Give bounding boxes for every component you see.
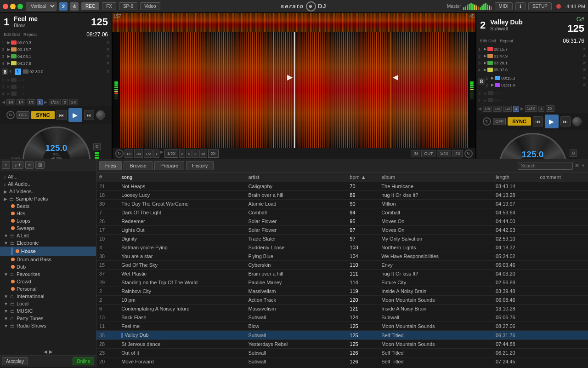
deck-1-pitch-knob[interactable] <box>96 110 105 120</box>
deck-2-rotate-icon[interactable]: ↻ <box>483 117 491 126</box>
rec-button[interactable]: REC <box>81 2 99 10</box>
table-row[interactable]: 2 10 pm Action Track 120 Moon Mountain S… <box>96 296 588 305</box>
table-row[interactable]: 7 Dark Of The Light Comball 94 Comball 0… <box>96 208 588 217</box>
deck-2-edit-grid[interactable]: Edit Grid <box>480 39 496 43</box>
fx-button[interactable]: FX <box>102 2 116 10</box>
deck-2-button[interactable]: 2 <box>59 2 68 11</box>
table-row[interactable]: 30 The Day The Great WarCame Atomic Load… <box>96 200 588 208</box>
table-row[interactable]: 21 Not Heaps Caligraphy 70 The Hurricane… <box>96 182 588 191</box>
col-header-bpm[interactable]: bpm ▲ <box>347 172 379 182</box>
deck-2-pitch-knob[interactable] <box>572 117 582 126</box>
table-row[interactable]: 4 Batman you're Fying Suddenly Loose 103… <box>96 243 588 252</box>
close-button[interactable] <box>3 4 8 9</box>
deck-2-play-button[interactable]: ▶ <box>545 115 559 128</box>
pitch-16[interactable]: 16 <box>199 150 207 158</box>
table-row[interactable]: 38 You are a star Flying Blue 104 We Hav… <box>96 252 588 261</box>
d2-loop-1-8[interactable]: 1/8 <box>483 106 492 112</box>
sidebar-item-loops[interactable]: Loops <box>0 217 96 224</box>
col-header-album[interactable]: album <box>379 172 493 182</box>
table-row[interactable]: 13 Back Flash Subwall 124 Subwall 05:06.… <box>96 313 588 322</box>
table-row[interactable]: 1 Redlands Atomic Load 127 Million 04:11… <box>96 366 588 367</box>
deck-2-sync-button[interactable]: SYNC <box>508 117 531 126</box>
deck-2-settings-icon[interactable]: ⚙ <box>570 150 577 157</box>
deck-2-prev-button[interactable]: ⏮ <box>533 116 543 126</box>
deck-1-rotate-icon[interactable]: ↻ <box>6 111 15 119</box>
loop-1-4[interactable]: 1/4 <box>17 99 25 105</box>
sidebar-item-favourites[interactable]: ▼ 🗀 Favourites <box>0 270 96 278</box>
col-header-num[interactable]: # <box>96 172 119 182</box>
sidebar-item-international[interactable]: ▼ 🗀 International <box>0 293 96 300</box>
sidebar-music-button[interactable]: ♪ + <box>12 161 24 169</box>
deck-1-prev-button[interactable]: ⏮ <box>57 110 67 120</box>
tab-files[interactable]: Files <box>99 161 122 170</box>
midi-button[interactable]: MIDI <box>495 2 513 10</box>
deck-1-next-button[interactable]: ⏭ <box>84 110 94 120</box>
deck-2-bank-8[interactable]: 8 <box>478 78 485 85</box>
snap-icon-right[interactable]: ↻ <box>464 150 473 158</box>
pitch-1-8[interactable]: 1/8 <box>124 150 133 158</box>
deck-1-play-button[interactable]: ▶ <box>68 108 82 122</box>
d2-loop-1-2[interactable]: 1/2 <box>503 106 512 112</box>
table-row[interactable]: 23 Out of it Subwall 126 Self Titled 06:… <box>96 349 588 357</box>
sidebar-scroll-left[interactable]: ◀ <box>44 349 47 354</box>
sidebar-item-house[interactable]: House <box>0 247 96 256</box>
sidebar-item-electronic[interactable]: ▼ 🗀 Electronic <box>0 239 96 247</box>
table-row[interactable]: 2 Rainbow City Massivelism 119 Inside A … <box>96 287 588 296</box>
tab-browse[interactable]: Browse <box>124 161 153 170</box>
out-button[interactable]: OUT <box>421 150 435 157</box>
table-row[interactable]: 29 Standing on the Top Of The World Paul… <box>96 278 588 287</box>
d2-loop-1-2x[interactable]: 1/2X <box>525 105 537 112</box>
col-header-comment[interactable]: comment <box>537 172 588 182</box>
online-button[interactable]: Online <box>73 357 94 365</box>
sidebar-item-crowd[interactable]: Crowd <box>0 278 96 285</box>
sidebar-list-view[interactable]: ≡ <box>25 161 34 169</box>
pitch-2[interactable]: 2 <box>179 150 185 158</box>
sidebar-item-sweeps[interactable]: Sweeps <box>0 224 96 232</box>
pitch-half-2x[interactable]: 1/2X <box>164 150 179 158</box>
table-row[interactable]: 26 Redeemer Solar Flower 95 Moves On 04:… <box>96 217 588 226</box>
col-header-artist[interactable]: artist <box>245 172 347 182</box>
pitch-arrow[interactable]: ▶ <box>160 150 164 158</box>
sidebar-grid-view[interactable]: ⊞ <box>35 161 45 169</box>
deck-2-repeat[interactable]: Repeat <box>500 39 513 43</box>
d2-loop-1[interactable]: 1 <box>513 106 519 112</box>
pitch-1-2[interactable]: 1/2 <box>144 150 153 158</box>
sidebar-item-beats[interactable]: Beats <box>0 202 96 210</box>
sidebar-item-all[interactable]: ♪ All... <box>0 173 96 180</box>
sidebar-item-a-list[interactable]: ▼ 🗀 A List <box>0 232 96 239</box>
loop-1[interactable]: 1 <box>37 99 42 105</box>
minimize-button[interactable] <box>10 4 16 9</box>
d2-loop-2[interactable]: 2 <box>538 106 544 112</box>
d2-loop-2x[interactable]: 2X <box>546 105 554 112</box>
sp6-button[interactable]: SP-6 <box>119 2 137 10</box>
loop-2[interactable]: 2 <box>62 99 68 105</box>
sidebar-item-radio-shows[interactable]: ▼ 🗀 Radio Shows <box>0 322 96 329</box>
search-filter-icon[interactable]: ▼ <box>581 163 585 168</box>
in-button[interactable]: IN <box>411 150 420 157</box>
table-row[interactable]: 6 Contemplating A Noisey future Massivel… <box>96 305 588 313</box>
pitch-2x[interactable]: 2X <box>208 150 219 158</box>
sidebar-item-personal[interactable]: Personal <box>0 285 96 293</box>
d2-loop-1-4[interactable]: 1/4 <box>493 106 502 112</box>
sidebar-item-all-videos[interactable]: ▶ All Videos... <box>0 188 96 195</box>
pitch-8[interactable]: 8 <box>192 150 198 158</box>
deck-1-sync-button[interactable]: SYNC <box>31 111 55 119</box>
layout-dropdown[interactable]: Vertical <box>26 2 57 11</box>
table-row[interactable]: 28 St Jervous dance Yesterdays Rebel 125… <box>96 340 588 349</box>
deck-1-off-button[interactable]: OFF <box>17 111 29 119</box>
autoplay-button[interactable]: Autoplay <box>2 357 28 365</box>
right-2x[interactable]: 2X <box>452 150 463 157</box>
sidebar-item-local[interactable]: ▼ 🗀 Local <box>0 300 96 307</box>
loop-1-8[interactable]: 1/8 <box>6 99 15 105</box>
loop-1-2x[interactable]: 1/2X <box>49 99 61 105</box>
table-row[interactable]: 37 Wet Plastic Brain over a hill 111 hug… <box>96 270 588 278</box>
table-row[interactable]: 17 Lights Out Solar Flower 97 Moves On 0… <box>96 226 588 235</box>
table-row[interactable]: 35 Valley Dub Subwall 125 Self Titled 06… <box>96 331 588 340</box>
sidebar-add-button[interactable]: + <box>2 161 10 169</box>
sidebar-item-music[interactable]: ▼ 🗀 MUSIC <box>0 307 96 315</box>
table-row[interactable]: 20 Move Forward Subwall 126 Self Titled … <box>96 357 588 366</box>
table-row[interactable]: 10 Dignity Trade Slater 97 My Only Salva… <box>96 235 588 243</box>
video-button[interactable]: Video <box>140 2 160 10</box>
pitch-1-4[interactable]: 1/4 <box>134 150 143 158</box>
col-header-length[interactable]: length <box>493 172 537 182</box>
